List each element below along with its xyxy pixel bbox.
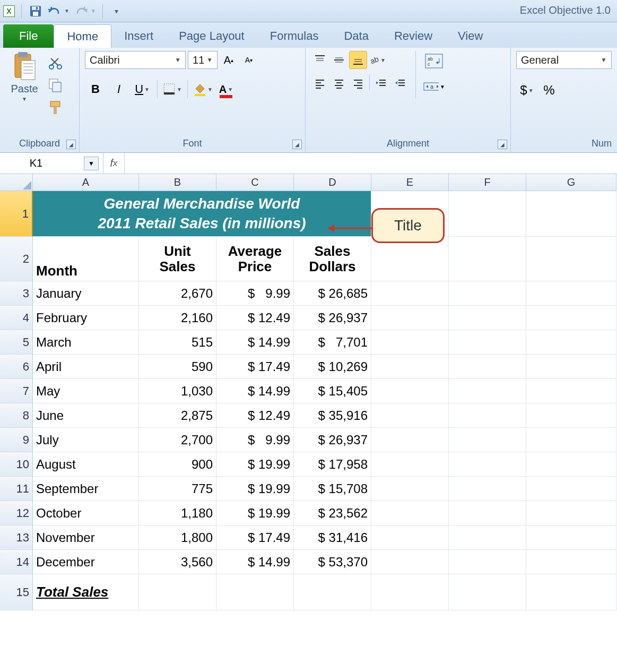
col-header-A[interactable]: A — [33, 174, 139, 191]
cell-F5[interactable] — [449, 330, 526, 355]
row-header-4[interactable]: 4 — [0, 306, 33, 330]
cell-C3[interactable]: $ 9.99 — [216, 281, 294, 306]
tab-home[interactable]: Home — [54, 24, 111, 48]
grow-font-button[interactable]: A▴ — [220, 51, 238, 69]
cell-F8[interactable] — [449, 403, 526, 428]
paste-dropdown[interactable]: ▼ — [22, 96, 27, 102]
cell-C4[interactable]: $ 12.49 — [216, 306, 294, 330]
cell-E6[interactable] — [371, 355, 449, 379]
cell-E15[interactable] — [371, 574, 449, 610]
cell-G14[interactable] — [526, 550, 616, 574]
cell-B14[interactable]: 3,560 — [139, 550, 216, 574]
copy-button[interactable] — [47, 76, 65, 94]
cell-A9[interactable]: July — [33, 428, 139, 452]
cell-B13[interactable]: 1,800 — [139, 525, 216, 550]
cell-A7[interactable]: May — [33, 379, 139, 403]
cell-E5[interactable] — [371, 330, 449, 355]
font-size-combo[interactable]: 11▼ — [188, 51, 218, 69]
save-button[interactable] — [28, 4, 43, 19]
tab-review[interactable]: Review — [381, 24, 445, 48]
cell-A4[interactable]: February — [33, 306, 139, 330]
col-header-G[interactable]: G — [526, 174, 616, 191]
font-color-button[interactable]: A ▼ — [215, 79, 237, 100]
cell-D5[interactable]: $ 7,701 — [294, 330, 371, 355]
cell-E8[interactable] — [371, 403, 449, 428]
row-header-9[interactable]: 9 — [0, 428, 33, 452]
header-month[interactable]: Month — [33, 237, 139, 281]
cell-F7[interactable] — [449, 379, 526, 403]
cell-A12[interactable]: October — [33, 501, 139, 525]
cell-A6[interactable]: April — [33, 355, 139, 379]
cell-G3[interactable] — [526, 281, 616, 306]
header-unit[interactable]: Unit Sales — [139, 237, 216, 281]
cell-B4[interactable]: 2,160 — [139, 306, 216, 330]
row-header-15[interactable]: 15 — [0, 574, 33, 610]
formula-input[interactable] — [125, 153, 617, 174]
cell-A10[interactable]: August — [33, 452, 139, 477]
cell-E12[interactable] — [371, 501, 449, 525]
cell-A8[interactable]: June — [33, 403, 139, 428]
cell-E4[interactable] — [371, 306, 449, 330]
cell-E2[interactable] — [371, 237, 449, 281]
cell-E7[interactable] — [371, 379, 449, 403]
align-center-button[interactable] — [330, 74, 348, 92]
cell-G6[interactable] — [526, 355, 616, 379]
total-label[interactable]: Total Sales — [33, 574, 139, 610]
cell-C5[interactable]: $ 14.99 — [216, 330, 294, 355]
accounting-format-button[interactable]: $▼ — [516, 80, 537, 101]
clipboard-dialog-launcher[interactable]: ◢ — [66, 140, 76, 149]
cell-F14[interactable] — [449, 550, 526, 574]
cell-E13[interactable] — [371, 525, 449, 550]
cell-B10[interactable]: 900 — [139, 452, 216, 477]
cell-D7[interactable]: $ 15,405 — [294, 379, 371, 403]
cell-F9[interactable] — [449, 428, 526, 452]
cell-C11[interactable]: $ 19.99 — [216, 477, 294, 501]
col-header-C[interactable]: C — [216, 174, 294, 191]
cell-D15[interactable] — [294, 574, 371, 610]
cell-G7[interactable] — [526, 379, 616, 403]
row-header-14[interactable]: 14 — [0, 550, 33, 574]
cell-A11[interactable]: September — [33, 477, 139, 501]
tab-page-layout[interactable]: Page Layout — [166, 24, 257, 48]
cell-B15[interactable] — [139, 574, 216, 610]
row-header-2[interactable]: 2 — [0, 237, 33, 281]
cell-D4[interactable]: $ 26,937 — [294, 306, 371, 330]
row-header-12[interactable]: 12 — [0, 501, 33, 525]
paste-button[interactable]: Paste ▼ — [5, 51, 44, 102]
borders-button[interactable]: ▼ — [162, 79, 183, 100]
cell-D8[interactable]: $ 35,916 — [294, 403, 371, 428]
decrease-indent-button[interactable] — [372, 74, 390, 92]
cell-F6[interactable] — [449, 355, 526, 379]
cell-D11[interactable]: $ 15,708 — [294, 477, 371, 501]
cell-A3[interactable]: January — [33, 281, 139, 306]
cell-F1[interactable] — [449, 191, 526, 237]
title-cell[interactable]: General Merchandise World 2011 Retail Sa… — [33, 191, 371, 237]
cell-G4[interactable] — [526, 306, 616, 330]
cell-C8[interactable]: $ 12.49 — [216, 403, 294, 428]
cell-F15[interactable] — [449, 574, 526, 610]
cell-A14[interactable]: December — [33, 550, 139, 574]
align-top-button[interactable] — [311, 51, 329, 69]
header-dollars[interactable]: Sales Dollars — [294, 237, 371, 281]
cell-C15[interactable] — [216, 574, 294, 610]
cell-D6[interactable]: $ 10,269 — [294, 355, 371, 379]
cell-B11[interactable]: 775 — [139, 477, 216, 501]
cell-E10[interactable] — [371, 452, 449, 477]
cell-F11[interactable] — [449, 477, 526, 501]
cell-D3[interactable]: $ 26,685 — [294, 281, 371, 306]
cell-D13[interactable]: $ 31,416 — [294, 525, 371, 550]
cell-B9[interactable]: 2,700 — [139, 428, 216, 452]
cell-F4[interactable] — [449, 306, 526, 330]
underline-button[interactable]: U▼ — [132, 79, 153, 100]
cell-G8[interactable] — [526, 403, 616, 428]
cell-G13[interactable] — [526, 525, 616, 550]
wrap-text-button[interactable]: abc — [422, 51, 446, 71]
undo-dropdown[interactable]: ▼ — [64, 8, 69, 14]
redo-button[interactable] — [74, 4, 89, 19]
cell-G1[interactable] — [526, 191, 616, 237]
row-header-3[interactable]: 3 — [0, 281, 33, 306]
cell-C7[interactable]: $ 14.99 — [216, 379, 294, 403]
increase-indent-button[interactable] — [391, 74, 409, 92]
undo-button[interactable] — [47, 4, 62, 19]
cell-E9[interactable] — [371, 428, 449, 452]
